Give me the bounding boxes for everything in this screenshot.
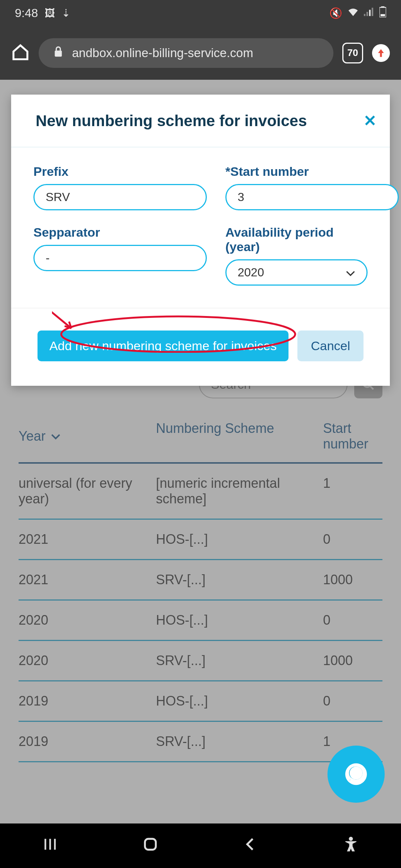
svg-rect-2	[369, 10, 371, 16]
lock-icon	[53, 46, 63, 60]
start-number-input[interactable]	[225, 184, 399, 210]
tab-count-value: 70	[348, 47, 358, 59]
android-nav-bar	[0, 823, 401, 868]
close-icon[interactable]: ✕	[363, 112, 376, 130]
download-icon: ⇣	[62, 7, 70, 19]
home-button[interactable]	[142, 836, 159, 856]
cancel-button[interactable]: Cancel	[297, 331, 363, 361]
tab-count-button[interactable]: 70	[342, 43, 363, 63]
accessibility-button[interactable]	[343, 836, 359, 856]
recents-button[interactable]	[42, 836, 58, 856]
chevron-down-icon	[346, 266, 355, 279]
update-badge[interactable]	[372, 44, 390, 62]
modal-title: New numbering scheme for invoices	[36, 112, 307, 130]
svg-point-11	[350, 767, 363, 780]
status-time: 9:48	[15, 6, 38, 20]
status-bar: 9:48 🖼 ⇣ 🔇	[0, 0, 401, 26]
svg-rect-0	[364, 14, 365, 16]
chat-icon	[343, 761, 369, 787]
new-numbering-scheme-modal: New numbering scheme for invoices ✕ Pref…	[11, 95, 390, 386]
svg-rect-7	[55, 50, 62, 56]
url-bar[interactable]: andbox.online-billing-service.com	[39, 38, 333, 68]
svg-point-16	[349, 837, 352, 840]
svg-rect-3	[372, 8, 373, 16]
prefix-label: Prefix	[33, 164, 207, 179]
url-text: andbox.online-billing-service.com	[72, 46, 253, 60]
prefix-input[interactable]	[33, 184, 207, 210]
svg-rect-15	[145, 839, 156, 849]
availability-select[interactable]: 2020	[225, 259, 368, 286]
image-icon: 🖼	[45, 7, 55, 19]
browser-chrome: andbox.online-billing-service.com 70	[0, 26, 401, 80]
availability-label: Availability period (year)	[225, 225, 368, 254]
add-numbering-scheme-button[interactable]: Add new numbering scheme for invoices	[38, 331, 288, 361]
availability-value: 2020	[238, 266, 264, 279]
separator-label: Sepparator	[33, 225, 207, 240]
mute-icon: 🔇	[329, 7, 342, 19]
home-icon[interactable]	[11, 43, 30, 63]
back-button[interactable]	[242, 836, 259, 856]
svg-rect-1	[366, 12, 368, 16]
separator-input[interactable]	[33, 245, 207, 271]
battery-icon	[379, 6, 386, 20]
wifi-icon	[348, 7, 359, 19]
signal-icon	[364, 7, 374, 19]
start-number-label: *Start number	[225, 164, 399, 179]
chat-fab[interactable]	[327, 746, 385, 803]
svg-rect-6	[381, 14, 385, 16]
